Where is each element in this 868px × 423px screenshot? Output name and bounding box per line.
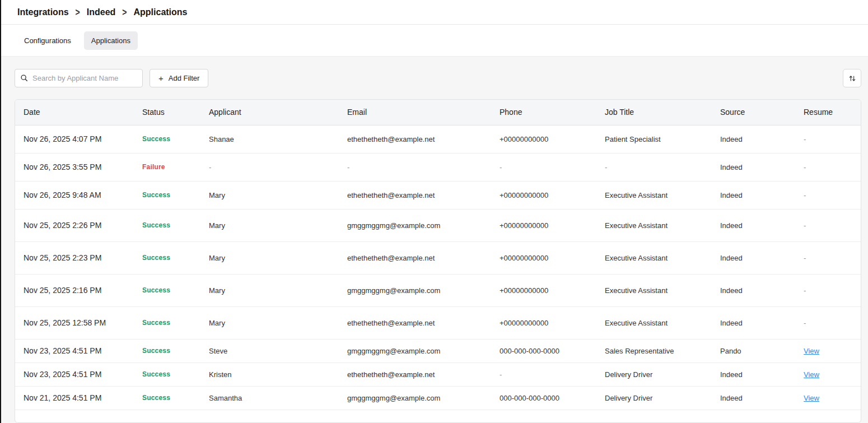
cell-resume: View [795, 386, 861, 410]
cell-resume: - [795, 306, 861, 339]
tab-applications[interactable]: Applications [84, 31, 138, 50]
applications-content: + Add Filter Date Stat [1, 57, 868, 423]
cell-date: Nov 25, 2025 2:16 PM [15, 274, 134, 306]
cell-email: gmggmggmg@example.com [339, 339, 491, 362]
applications-table: Date Status Applicant Email Phone Job Ti… [15, 100, 861, 410]
cell-phone: - [491, 153, 596, 181]
integrations-applications-page: Integrations > Indeed > Applications Con… [0, 0, 868, 423]
cell-email: ethethetheth@example.net [339, 241, 491, 274]
column-header-applicant: Applicant [200, 100, 339, 125]
tab-configurations[interactable]: Configurations [17, 31, 78, 50]
breadcrumb-item-integrations[interactable]: Integrations [17, 7, 69, 17]
table-row[interactable]: Nov 23, 2025 4:51 PM Success Steve gmggm… [15, 339, 861, 362]
cell-resume: View [795, 339, 861, 362]
cell-applicant: Steve [200, 339, 339, 362]
applications-table-body: Nov 26, 2025 4:07 PM Success Shanae ethe… [15, 125, 861, 410]
cell-job-title: - [596, 153, 712, 181]
toolbar: + Add Filter [15, 69, 861, 87]
cell-date: Nov 25, 2025 2:26 PM [15, 209, 134, 241]
cell-applicant: Mary [200, 306, 339, 339]
applications-table-card: Date Status Applicant Email Phone Job Ti… [15, 99, 861, 423]
cell-source: Indeed [712, 241, 795, 274]
cell-status: Success [134, 386, 200, 410]
cell-phone: +00000000000 [491, 209, 596, 241]
breadcrumb-separator-icon: > [76, 7, 80, 18]
cell-applicant: Samantha [200, 386, 339, 410]
column-header-status: Status [134, 100, 200, 125]
add-filter-button[interactable]: + Add Filter [150, 69, 208, 87]
cell-source: Indeed [712, 209, 795, 241]
column-header-email: Email [339, 100, 491, 125]
search-box [15, 69, 143, 87]
cell-resume: - [795, 181, 861, 209]
cell-job-title: Patient Specialist [596, 125, 712, 153]
breadcrumb-separator-icon: > [122, 7, 127, 18]
breadcrumb-item-indeed[interactable]: Indeed [87, 7, 116, 17]
cell-status: Success [134, 241, 200, 274]
cell-resume: - [795, 241, 861, 274]
cell-resume: - [795, 153, 861, 181]
table-row[interactable]: Nov 23, 2025 4:51 PM Success Kristen eth… [15, 362, 861, 386]
cell-job-title: Executive Assistant [596, 274, 712, 306]
table-row[interactable]: Nov 21, 2025 4:51 PM Success Samantha gm… [15, 386, 861, 410]
cell-resume: View [795, 362, 861, 386]
cell-job-title: Delivery Driver [596, 362, 712, 386]
table-row[interactable]: Nov 26, 2025 9:48 AM Success Mary etheth… [15, 181, 861, 209]
cell-resume: - [795, 209, 861, 241]
cell-resume: - [795, 125, 861, 153]
resume-view-link[interactable]: View [804, 394, 819, 402]
sort-arrows-icon [848, 75, 856, 82]
table-row[interactable]: Nov 25, 2025 2:23 PM Success Mary etheth… [15, 241, 861, 274]
cell-applicant: Shanae [200, 125, 339, 153]
column-header-resume: Resume [795, 100, 861, 125]
table-row[interactable]: Nov 25, 2025 2:26 PM Success Mary gmggmg… [15, 209, 861, 241]
table-header-row: Date Status Applicant Email Phone Job Ti… [15, 100, 861, 125]
cell-phone: 000-000-000-0000 [491, 339, 596, 362]
cell-email: ethethetheth@example.net [339, 362, 491, 386]
breadcrumb: Integrations > Indeed > Applications [1, 0, 868, 25]
cell-status: Success [134, 181, 200, 209]
cell-job-title: Executive Assistant [596, 241, 712, 274]
cell-source: Indeed [712, 125, 795, 153]
cell-status: Failure [134, 153, 200, 181]
cell-phone: +00000000000 [491, 274, 596, 306]
cell-date: Nov 21, 2025 4:51 PM [15, 386, 134, 410]
cell-phone: +00000000000 [491, 306, 596, 339]
cell-applicant: Mary [200, 241, 339, 274]
resume-view-link[interactable]: View [804, 347, 819, 355]
cell-job-title: Delivery Driver [596, 386, 712, 410]
cell-email: gmggmggmg@example.com [339, 274, 491, 306]
cell-email: ethethetheth@example.net [339, 306, 491, 339]
cell-job-title: Executive Assistant [596, 181, 712, 209]
breadcrumb-item-applications[interactable]: Applications [134, 7, 188, 17]
search-input[interactable] [15, 69, 143, 87]
cell-source: Indeed [712, 386, 795, 410]
table-row[interactable]: Nov 25, 2025 2:16 PM Success Mary gmggmg… [15, 274, 861, 306]
cell-date: Nov 25, 2025 12:58 PM [15, 306, 134, 339]
plus-icon: + [158, 74, 164, 82]
cell-source: Indeed [712, 181, 795, 209]
cell-source: Indeed [712, 274, 795, 306]
cell-email: ethethetheth@example.net [339, 125, 491, 153]
cell-date: Nov 26, 2025 9:48 AM [15, 181, 134, 209]
cell-email: gmggmggmg@example.com [339, 386, 491, 410]
cell-source: Indeed [712, 362, 795, 386]
cell-source: Indeed [712, 153, 795, 181]
cell-phone: +00000000000 [491, 125, 596, 153]
cell-job-title: Executive Assistant [596, 209, 712, 241]
table-row[interactable]: Nov 26, 2025 4:07 PM Success Shanae ethe… [15, 125, 861, 153]
table-row[interactable]: Nov 26, 2025 3:55 PM Failure - - - - Ind… [15, 153, 861, 181]
cell-date: Nov 23, 2025 4:51 PM [15, 362, 134, 386]
table-row[interactable]: Nov 25, 2025 12:58 PM Success Mary ethet… [15, 306, 861, 339]
cell-applicant: Kristen [200, 362, 339, 386]
sort-button[interactable] [843, 69, 861, 87]
add-filter-label: Add Filter [169, 74, 200, 82]
cell-status: Success [134, 125, 200, 153]
cell-status: Success [134, 362, 200, 386]
cell-source: Pando [712, 339, 795, 362]
resume-view-link[interactable]: View [804, 370, 819, 379]
cell-email: ethethetheth@example.net [339, 181, 491, 209]
column-header-job-title: Job Title [596, 100, 712, 125]
cell-phone: +00000000000 [491, 181, 596, 209]
cell-status: Success [134, 339, 200, 362]
